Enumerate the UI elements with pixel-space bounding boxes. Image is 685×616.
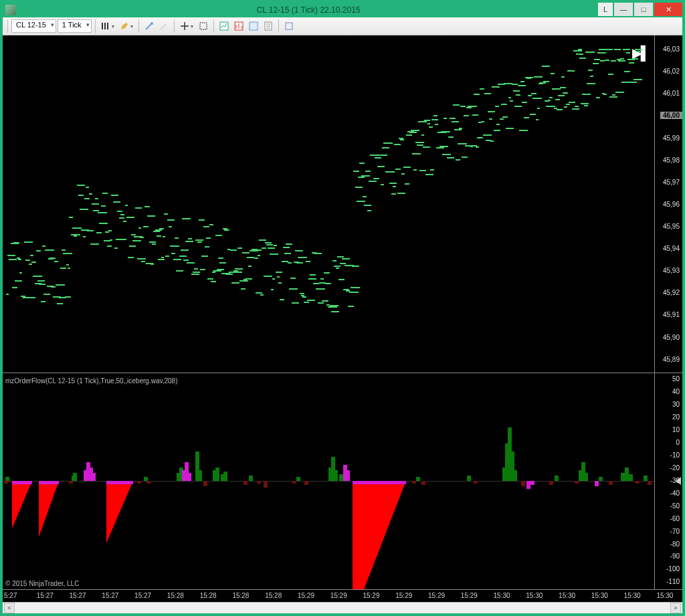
draw-pencil-icon[interactable] [118, 19, 135, 33]
tick-print [400, 139, 404, 140]
interval-dropdown[interactable]: 1 Tick [58, 19, 92, 33]
tick-print [397, 193, 406, 194]
tick-print [534, 76, 542, 78]
tick-print [207, 278, 213, 280]
tick-print [170, 245, 179, 247]
scroll-right-button[interactable]: > [670, 603, 681, 613]
orderflow-wedge-cap [39, 481, 59, 484]
maximize-button[interactable]: □ [634, 3, 653, 16]
tick-print [236, 272, 242, 273]
tick-print [484, 93, 491, 94]
tick-print [265, 242, 272, 243]
tick-print [306, 261, 310, 262]
orderflow-bar [334, 470, 338, 481]
tick-print [375, 157, 381, 159]
tick-print [128, 257, 134, 258]
layout-button[interactable]: L [598, 3, 613, 16]
orderflow-bar [243, 481, 248, 485]
titlebar[interactable]: CL 12-15 (1 Tick) 22.10.2015 L — □ ✕ [3, 3, 682, 17]
indicators-icon[interactable] [232, 19, 246, 33]
tick-print [415, 142, 425, 143]
tick-print [403, 167, 411, 168]
tick-print [30, 255, 33, 256]
orderflow-wedge [39, 481, 59, 539]
orderflow-bar [575, 481, 579, 484]
orderflow-pane[interactable]: mzOrderFlow(CL 12-15 (1 Tick),True,50,,i… [3, 373, 682, 589]
instrument-dropdown[interactable]: CL 12-15 [11, 19, 56, 33]
tick-print [283, 247, 290, 248]
zoom-region-icon[interactable] [197, 19, 210, 33]
tick-print [482, 121, 485, 122]
eraser-icon[interactable] [157, 19, 171, 33]
time-axis-label: 15:28 [265, 592, 282, 599]
tick-print [183, 260, 189, 261]
tick-print [123, 221, 126, 222]
tick-print [421, 134, 425, 136]
tick-print [439, 146, 448, 147]
scroll-left-button[interactable]: < [4, 603, 15, 613]
tick-print [606, 49, 612, 50]
tick-print [235, 268, 243, 270]
tick-print [193, 272, 201, 273]
tick-print [163, 236, 165, 237]
tick-print [84, 198, 90, 199]
orderflow-bar [7, 481, 11, 482]
tick-print [29, 264, 33, 265]
magic-wand-icon[interactable] [142, 19, 156, 33]
price-pane[interactable]: ▶▌ 46,0346,0246,0146,0045,9945,9845,9745… [3, 35, 682, 373]
orderflow-wedge [106, 481, 133, 545]
tick-print [387, 142, 393, 144]
tick-print [50, 258, 56, 259]
tick-print [596, 97, 600, 98]
tick-print [65, 296, 71, 298]
tick-print [518, 85, 526, 86]
minimize-button[interactable]: — [614, 3, 633, 16]
tick-print [126, 217, 134, 218]
tick-print [110, 239, 112, 241]
tick-print [153, 231, 160, 232]
tick-print [353, 171, 359, 172]
tick-print [171, 253, 175, 254]
tick-print [298, 257, 307, 258]
horizontal-scrollbar[interactable]: < > [3, 602, 682, 613]
crosshair-icon[interactable] [178, 19, 195, 33]
tick-print [456, 159, 460, 161]
tick-print [363, 196, 367, 197]
orderflow-bar [203, 481, 207, 486]
tick-print [181, 249, 189, 251]
tick-print [213, 270, 221, 272]
app-icon [5, 5, 16, 15]
data-series-icon[interactable] [217, 19, 231, 33]
tick-print [203, 226, 210, 227]
close-button[interactable]: ✕ [654, 3, 682, 16]
tick-print [510, 100, 512, 102]
svg-rect-4 [250, 22, 258, 30]
tick-print [80, 209, 88, 210]
copyright-label: © 2015 NinjaTrader, LLC [5, 580, 79, 587]
tick-print [620, 58, 624, 60]
tick-print [425, 174, 433, 175]
tick-print [36, 250, 41, 251]
tick-print [424, 120, 430, 121]
orderflow-bar [474, 481, 478, 484]
time-axis[interactable]: 5:2715:2715:2715:2715:2715:2815:2815:281… [3, 589, 682, 602]
properties-icon[interactable] [262, 19, 275, 33]
tick-print [96, 232, 102, 233]
strategies-icon[interactable] [247, 19, 260, 33]
tick-print [405, 183, 409, 185]
chart-area[interactable]: ▶▌ 46,0346,0246,0146,0045,9945,9845,9745… [3, 35, 682, 613]
flow-axis-label: 30 [672, 401, 680, 408]
tick-print [24, 241, 33, 243]
tick-print [351, 287, 360, 288]
tick-print [141, 261, 145, 262]
flow-axis[interactable]: 50403020100-10-20-30-40-50-60-70-80-90-1… [654, 373, 682, 589]
price-axis[interactable]: 46,0346,0246,0146,0045,9945,9845,9745,96… [654, 35, 682, 373]
tick-print [264, 276, 273, 277]
tick-print [572, 108, 579, 110]
orderflow-wedge [353, 481, 406, 589]
tick-print [448, 136, 454, 138]
bars-style-icon[interactable] [99, 19, 116, 33]
chart-templates-icon[interactable] [282, 19, 296, 33]
tick-print [401, 173, 405, 175]
flow-axis-label: -70 [670, 528, 680, 535]
